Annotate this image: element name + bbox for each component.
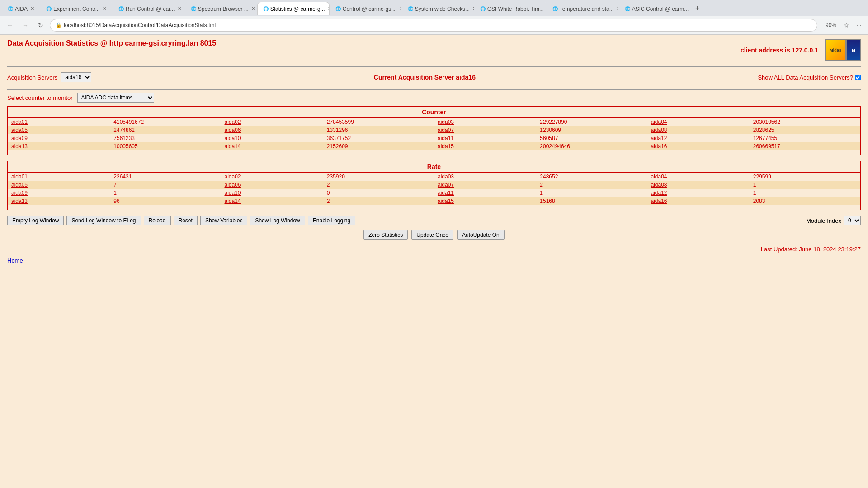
module-index-select[interactable]: 0 (844, 216, 861, 225)
rate-row: aida091aida100aida111aida121 (8, 189, 860, 197)
counter-row: aida097561233aida1036371752aida11560587a… (8, 134, 860, 142)
tab-asic[interactable]: 🌐 ASIC Control @ carm... ✕ (619, 2, 691, 15)
show-log-button[interactable]: Show Log Window (250, 216, 305, 225)
counter-value: 7561233 (110, 134, 221, 142)
bottom-buttons-row: Empty Log Window Send Log Window to ELog… (7, 216, 861, 225)
counter-value: 1331296 (323, 126, 434, 134)
tab-favicon: 🌐 (408, 6, 413, 11)
counter-value: 560587 (536, 134, 647, 142)
empty-log-button[interactable]: Empty Log Window (7, 216, 64, 225)
zero-statistics-button[interactable]: Zero Statistics (363, 230, 408, 240)
counter-server-name[interactable]: aida09 (8, 134, 110, 142)
reload-page-button[interactable]: Reload (144, 216, 171, 225)
counter-value: 2828625 (750, 126, 860, 134)
rate-value: 0 (323, 189, 434, 197)
bookmark-button[interactable]: ☆ (841, 20, 852, 31)
counter-server-name[interactable]: aida14 (221, 142, 323, 150)
counter-dropdown[interactable]: AIDA ADC data items (77, 93, 154, 103)
counter-row: aida1310005605aida142152609aida152002494… (8, 142, 860, 150)
auto-update-button[interactable]: AutoUpdate On (457, 230, 505, 240)
rate-server-name[interactable]: aida01 (8, 173, 110, 181)
counter-table: aida014105491672aida02278453599aida03229… (8, 118, 860, 150)
tab-spectrum[interactable]: 🌐 Spectrum Browser ... ✕ (185, 2, 257, 15)
counter-server-name[interactable]: aida15 (434, 142, 536, 150)
tab-system[interactable]: 🌐 System wide Checks... ✕ (402, 2, 474, 15)
tab-close-aida[interactable]: ✕ (30, 6, 34, 12)
home-link[interactable]: Home (7, 257, 23, 264)
new-tab-button[interactable]: + (691, 2, 704, 14)
tab-close-runcontrol[interactable]: ✕ (178, 6, 182, 12)
update-once-button[interactable]: Update Once (411, 230, 453, 240)
rate-server-name[interactable]: aida09 (8, 189, 110, 197)
address-bar-row: ← → ↻ 🔒 localhost:8015/DataAcquisitionCo… (0, 16, 868, 34)
counter-server-name[interactable]: aida16 (647, 142, 749, 150)
rate-server-name[interactable]: aida10 (221, 189, 323, 197)
tab-experiment[interactable]: 🌐 Experiment Contr... ✕ (40, 2, 113, 15)
counter-server-name[interactable]: aida06 (221, 126, 323, 134)
counter-row: aida014105491672aida02278453599aida03229… (8, 118, 860, 126)
enable-logging-button[interactable]: Enable Logging (308, 216, 355, 225)
counter-server-name[interactable]: aida11 (434, 134, 536, 142)
rate-server-name[interactable]: aida14 (221, 197, 323, 205)
counter-value: 278453599 (323, 118, 434, 126)
rate-value: 235920 (323, 173, 434, 181)
rate-server-name[interactable]: aida02 (221, 173, 323, 181)
acquisition-server-select[interactable]: aida16 (61, 72, 91, 82)
rate-server-name[interactable]: aida12 (647, 189, 749, 197)
tab-favicon: 🌐 (46, 6, 52, 11)
rate-server-name[interactable]: aida16 (647, 197, 749, 205)
back-button[interactable]: ← (4, 19, 16, 32)
counter-row: aida052474862aida061331296aida071230609a… (8, 126, 860, 134)
tab-gsi[interactable]: 🌐 GSI White Rabbit Tim... ✕ (474, 2, 547, 15)
rate-value: 226431 (110, 173, 221, 181)
current-server: Current Acquisition Server aida16 (374, 74, 476, 81)
last-updated: Last Updated: June 18, 2024 23:19:27 (7, 246, 861, 253)
rate-server-name[interactable]: aida07 (434, 181, 536, 189)
counter-server-name[interactable]: aida08 (647, 126, 749, 134)
bottom-buttons-left: Empty Log Window Send Log Window to ELog… (7, 216, 355, 225)
counter-server-name[interactable]: aida03 (434, 118, 536, 126)
show-all-checkbox[interactable] (855, 75, 861, 80)
extensions-button[interactable]: ⋯ (854, 20, 864, 31)
tab-close-spectrum[interactable]: ✕ (251, 6, 255, 12)
acquisition-servers-row: Acquisition Servers aida16 Current Acqui… (7, 70, 861, 85)
rate-server-name[interactable]: aida15 (434, 197, 536, 205)
counter-server-name[interactable]: aida12 (647, 134, 749, 142)
rate-server-name[interactable]: aida03 (434, 173, 536, 181)
rate-server-name[interactable]: aida08 (647, 181, 749, 189)
rate-server-name[interactable]: aida13 (8, 197, 110, 205)
counter-server-name[interactable]: aida05 (8, 126, 110, 134)
tab-close-experiment[interactable]: ✕ (103, 6, 107, 12)
reload-button[interactable]: ↻ (34, 19, 47, 32)
rate-server-name[interactable]: aida04 (647, 173, 749, 181)
counter-server-name[interactable]: aida04 (647, 118, 749, 126)
rate-value: 248652 (536, 173, 647, 181)
acquisition-servers-label: Acquisition Servers (7, 74, 57, 81)
counter-value: 229227890 (536, 118, 647, 126)
tab-favicon: 🌐 (263, 6, 269, 11)
show-variables-button[interactable]: Show Variables (200, 216, 248, 225)
counter-server-name[interactable]: aida10 (221, 134, 323, 142)
send-log-button[interactable]: Send Log Window to ELog (66, 216, 141, 225)
forward-button[interactable]: → (19, 19, 32, 32)
rate-value: 96 (110, 197, 221, 205)
rate-server-name[interactable]: aida06 (221, 181, 323, 189)
reset-button[interactable]: Reset (174, 216, 198, 225)
counter-server-name[interactable]: aida07 (434, 126, 536, 134)
counter-server-name[interactable]: aida01 (8, 118, 110, 126)
tab-temp[interactable]: 🌐 Temperature and sta... ✕ (547, 2, 619, 15)
tab-control[interactable]: 🌐 Control @ carme-gsi... ✕ (330, 2, 402, 15)
rate-server-name[interactable]: aida05 (8, 181, 110, 189)
counter-server-name[interactable]: aida02 (221, 118, 323, 126)
counter-server-name[interactable]: aida13 (8, 142, 110, 150)
rate-server-name[interactable]: aida11 (434, 189, 536, 197)
tab-runcontrol[interactable]: 🌐 Run Control @ car... ✕ (113, 2, 185, 15)
counter-value: 12677455 (750, 134, 860, 142)
tab-statistics[interactable]: 🌐 Statistics @ carme-g... ✕ (257, 2, 330, 15)
counter-value: 260669517 (750, 142, 860, 150)
address-bar[interactable]: 🔒 localhost:8015/DataAcquisitionControl/… (50, 19, 817, 32)
page-title: Data Acquisition Statistics @ http carme… (7, 39, 216, 47)
tab-aida[interactable]: 🌐 AIDA ✕ (2, 2, 40, 15)
tab-close-temp[interactable]: ✕ (617, 6, 619, 12)
counter-select-label: Select counter to monitor (7, 94, 73, 101)
